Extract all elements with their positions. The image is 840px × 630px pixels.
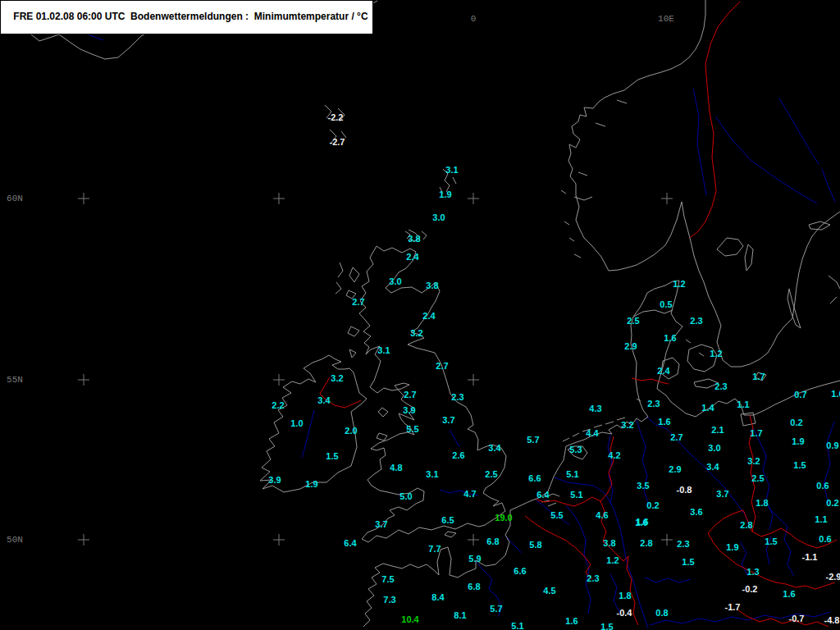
station-temperature: 2.7	[352, 297, 364, 307]
grid-cross	[78, 193, 673, 546]
station-temperature: 0.6	[816, 481, 829, 491]
country-border	[738, 610, 829, 627]
country-border	[690, 2, 740, 238]
country-border	[632, 378, 669, 384]
station-temperature: 6.8	[486, 536, 499, 546]
station-temperature: 3.4	[488, 443, 500, 453]
station-temperature: 6.5	[441, 515, 454, 525]
station-temperature: -0.2	[742, 584, 758, 594]
coastline	[561, 100, 627, 258]
station-temperature: 2.7	[404, 390, 416, 399]
station-temperature: 1.1	[737, 399, 749, 409]
station-temperature: 6.8	[468, 582, 480, 591]
title-bar: FRE 01.02.08 06:00 UTC Bodenwettermeldun…	[0, 0, 373, 34]
station-temperature: 1.2	[710, 349, 722, 358]
station-temperature: 1.6	[664, 333, 676, 343]
station-temperature: 3.6	[690, 507, 702, 517]
river-line	[440, 430, 478, 495]
station-temperature: 5.3	[569, 445, 582, 454]
station-temperature: 5.8	[529, 540, 541, 550]
station-temperature: 6.4	[344, 538, 356, 548]
station-temperature: 8.4	[431, 592, 444, 602]
station-temperature: 3.8	[603, 538, 615, 548]
station-temperature: 2.8	[740, 520, 752, 530]
river-line	[302, 410, 314, 458]
station-temperature: 1.7	[752, 372, 765, 381]
station-temperature: 5.1	[570, 490, 582, 500]
station-temperature: 1.5	[326, 451, 338, 461]
station-temperature: 0.6	[819, 534, 831, 544]
coastline	[717, 221, 830, 271]
station-temperature: 0.2	[646, 500, 659, 510]
station-temperature: 5.9	[468, 554, 481, 564]
station-temperature: -0.8	[677, 485, 692, 495]
station-temperature: 0.2	[826, 498, 838, 508]
grid-label: 50N	[7, 535, 23, 545]
station-temperature: 5.5	[406, 424, 418, 434]
station-temperature: 19.0	[495, 513, 512, 523]
title-text: FRE 01.02.08 06:00 UTC Bodenwettermeldun…	[13, 11, 368, 22]
station-temperature: 2.3	[647, 399, 660, 409]
station-temperature: 1.6	[565, 616, 578, 626]
station-temperature: 1.5	[793, 460, 806, 470]
station-temperature: 2.7	[670, 432, 682, 442]
station-temperature: 1.6	[635, 518, 647, 527]
station-temperature: 7.7	[428, 544, 441, 554]
river-line	[824, 422, 834, 504]
grid-label: 60N	[7, 194, 23, 203]
coastline	[363, 281, 840, 627]
station-temperature: 7.3	[383, 595, 395, 605]
coastline	[359, 246, 506, 542]
station-temperature: 1.6	[783, 589, 795, 599]
station-temperature: 3.5	[637, 481, 649, 491]
station-temperature: 2.3	[677, 539, 689, 549]
station-temperature: 5.0	[399, 491, 412, 501]
station-temperature: 4.4	[586, 428, 598, 438]
station-temperature: 1.4	[701, 403, 714, 413]
station-temperature: 5.1	[511, 621, 523, 630]
station-temperature: 3.8	[408, 234, 420, 244]
station-temperature: 1.9	[439, 189, 451, 199]
station-temperature: 2.8	[640, 538, 652, 548]
station-temperature: 3.8	[426, 281, 438, 290]
station-temperature: 3.1	[426, 469, 438, 479]
station-temperature: 2.7	[436, 361, 448, 371]
river-line	[693, 89, 835, 203]
station-temperature: 2.1	[711, 425, 724, 435]
station-temperature: 0.5	[660, 299, 672, 309]
station-temperature: -0.7	[789, 614, 805, 623]
map-canvas	[0, 0, 840, 630]
station-temperature: 3.4	[706, 462, 719, 472]
grid-label: 0	[471, 14, 477, 24]
station-temperature: 2.3	[714, 381, 727, 391]
station-temperature: 1.0	[290, 418, 303, 428]
station-temperature: 1.5	[765, 536, 777, 546]
station-temperature: 4.6	[596, 510, 608, 520]
station-temperature: 2.0	[345, 426, 357, 436]
station-temperature: 2.9	[624, 341, 637, 351]
station-temperature: -1.1	[802, 552, 818, 562]
station-temperature: 1.8	[619, 591, 631, 600]
station-temperature: 1.2	[606, 555, 619, 565]
river-line	[637, 420, 649, 505]
station-temperature: 1.8	[756, 498, 768, 508]
station-temperature: 1.6	[658, 417, 670, 427]
coastline	[788, 276, 840, 328]
station-temperature: 2.5	[751, 473, 764, 483]
weather-map: 20W10W010E60N55N50N -9.0-2.2-2.7-0.8-1.1…	[0, 0, 840, 630]
station-temperature: -4.8	[824, 615, 840, 625]
station-temperature: -0.4	[617, 608, 632, 618]
station-temperature: 3.0	[432, 212, 445, 222]
station-temperature: 1.3	[746, 567, 759, 577]
station-temperature: -2.7	[330, 137, 345, 147]
station-temperature: -2.2	[328, 112, 344, 122]
station-temperature: 8.1	[454, 610, 466, 620]
station-temperature: 3.2	[621, 420, 633, 430]
station-temperature: 4.8	[390, 463, 402, 472]
station-temperature: 6.6	[514, 566, 526, 576]
station-temperature: 5.1	[566, 469, 578, 479]
station-temperature: 3.1	[445, 165, 458, 175]
station-temperature: 2.9	[669, 464, 681, 474]
coastline	[568, 0, 705, 271]
station-temperature: 2.2	[272, 400, 284, 410]
